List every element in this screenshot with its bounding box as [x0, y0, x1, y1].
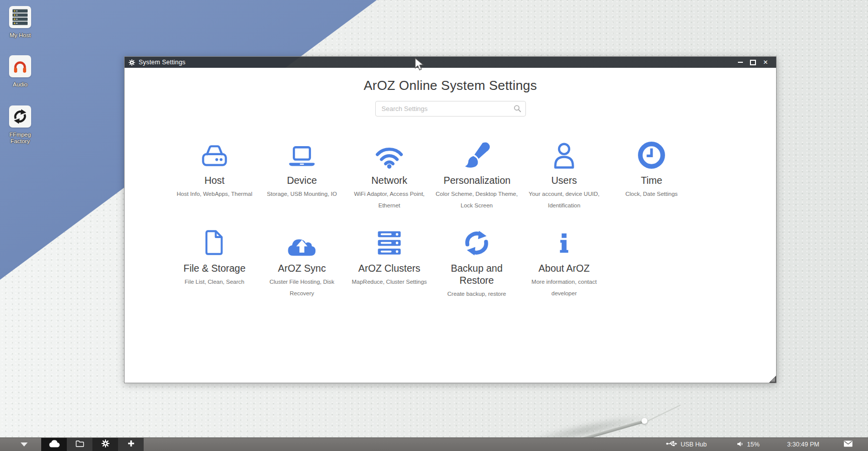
- search-input[interactable]: [375, 101, 526, 117]
- window-titlebar[interactable]: System Settings ✕: [125, 57, 776, 68]
- desktop-icon-label: Audio: [2, 81, 38, 88]
- settings-tile-device[interactable]: Device Storage, USB Mounting, IO: [258, 137, 346, 211]
- tile-title: Backup and Restore: [444, 262, 510, 286]
- tile-title: Host: [181, 174, 248, 186]
- settings-tile-time[interactable]: Time Clock, Date Settings: [608, 137, 695, 211]
- desktop: My Host Audio FFmpeg Factory: [0, 0, 868, 451]
- tile-subtitle: WiFi Adaptor, Access Point, Ethernet: [346, 188, 433, 211]
- volume-label: 15%: [747, 441, 759, 448]
- sync-arrows-icon: [433, 225, 520, 257]
- plus-icon: [128, 440, 135, 449]
- tile-subtitle: Cluster File Hosting, Disk Recovery: [258, 276, 346, 299]
- server-rack-icon: [9, 6, 31, 28]
- folder-icon: [75, 440, 84, 449]
- gear-icon: [101, 439, 110, 449]
- taskbar-launchers: [41, 438, 144, 451]
- settings-tile-backup-restore[interactable]: Backup and Restore Create backup, restor…: [433, 225, 520, 300]
- settings-tile-users[interactable]: Users Your account, device UUID, Identif…: [520, 137, 608, 211]
- caret-down-icon[interactable]: [21, 442, 28, 446]
- tile-title: ArOZ Sync: [269, 262, 335, 274]
- time-label: 3:30:49 PM: [787, 441, 819, 448]
- maximize-button[interactable]: [749, 59, 756, 66]
- usb-status[interactable]: USB Hub: [666, 440, 707, 448]
- window-controls: ✕: [737, 59, 769, 66]
- taskbar-item-add[interactable]: [118, 438, 144, 451]
- tile-title: Users: [531, 174, 597, 186]
- headphones-icon: [9, 55, 31, 77]
- settings-tile-aroz-sync[interactable]: ArOZ Sync Cluster File Hosting, Disk Rec…: [258, 225, 346, 300]
- volume-status[interactable]: 15%: [737, 441, 759, 448]
- tile-title: Device: [269, 174, 335, 186]
- window-title: System Settings: [139, 59, 185, 66]
- desktop-icon-my-host[interactable]: My Host: [2, 6, 38, 39]
- settings-tile-host[interactable]: Host Host Info, WebApps, Thermal: [171, 137, 258, 211]
- settings-grid: Host Host Info, WebApps, Thermal Device: [171, 137, 703, 300]
- tile-title: About ArOZ: [531, 262, 597, 274]
- settings-grid-row-2: File & Storage File List, Clean, Search …: [171, 225, 703, 300]
- taskbar-item-settings[interactable]: [92, 438, 118, 451]
- window-content: ArOZ Online System Settings: [125, 68, 776, 383]
- tile-subtitle: Create backup, restore: [433, 288, 520, 300]
- server-stack-icon: [346, 225, 433, 257]
- recycle-arrows-icon: [9, 105, 31, 128]
- tile-title: ArOZ Clusters: [356, 262, 422, 274]
- settings-tile-aroz-clusters[interactable]: ArOZ Clusters MapReduce, Cluster Setting…: [346, 225, 433, 300]
- desktop-icon-label: My Host: [2, 32, 38, 39]
- clock-display[interactable]: 3:30:49 PM: [787, 441, 819, 448]
- minimize-button[interactable]: [737, 59, 744, 66]
- host-drive-icon: [171, 137, 258, 169]
- taskbar: USB Hub 15% 3:30:49 PM: [0, 437, 868, 451]
- window-resize-handle[interactable]: [769, 376, 776, 383]
- clock-icon: [608, 137, 695, 169]
- search-box: [375, 101, 526, 117]
- tile-subtitle: Storage, USB Mounting, IO: [258, 188, 346, 200]
- paintbrush-icon: [433, 137, 520, 169]
- taskbar-item-files[interactable]: [67, 438, 92, 451]
- cloud-icon: [48, 439, 60, 450]
- settings-grid-row-1: Host Host Info, WebApps, Thermal Device: [171, 137, 703, 211]
- wallpaper-cable-anchor: [641, 418, 647, 424]
- tile-title: Personalization: [444, 174, 510, 186]
- laptop-icon: [258, 137, 346, 169]
- tile-subtitle: Color Scheme, Desktop Theme, Lock Screen: [433, 188, 520, 211]
- desktop-icon-label: FFmpeg Factory: [2, 132, 38, 145]
- settings-tile-personalization[interactable]: Personalization Color Scheme, Desktop Th…: [433, 137, 520, 211]
- speaker-icon: [737, 441, 743, 448]
- messages-tray-item[interactable]: [843, 440, 853, 448]
- page-title: ArOZ Online System Settings: [125, 78, 776, 93]
- tile-subtitle: Host Info, WebApps, Thermal: [171, 188, 258, 200]
- info-icon: [520, 225, 608, 257]
- close-button[interactable]: ✕: [762, 59, 769, 66]
- user-icon: [520, 137, 608, 169]
- tile-subtitle: Your account, device UUID, Identificatio…: [520, 188, 608, 211]
- tile-subtitle: MapReduce, Cluster Settings: [346, 276, 433, 288]
- settings-tile-network[interactable]: Network WiFi Adaptor, Access Point, Ethe…: [346, 137, 433, 211]
- gear-icon: [129, 59, 135, 66]
- usb-icon: [666, 440, 677, 448]
- tile-title: Network: [356, 174, 422, 186]
- taskbar-item-cloud[interactable]: [41, 438, 67, 451]
- desktop-icon-ffmpeg-factory[interactable]: FFmpeg Factory: [2, 105, 38, 145]
- search-icon: [513, 104, 521, 115]
- settings-tile-file-storage[interactable]: File & Storage File List, Clean, Search: [171, 225, 258, 300]
- settings-tile-about-aroz[interactable]: About ArOZ More information, contact dev…: [520, 225, 608, 300]
- system-settings-window: System Settings ✕ ArOZ Online System Set…: [124, 56, 777, 383]
- tile-subtitle: File List, Clean, Search: [171, 276, 258, 288]
- wifi-icon: [346, 137, 433, 169]
- desktop-icon-audio[interactable]: Audio: [2, 55, 38, 88]
- tile-title: Time: [618, 174, 685, 186]
- tile-subtitle: Clock, Date Settings: [608, 188, 695, 200]
- tile-subtitle: More information, contact developer: [520, 276, 608, 299]
- file-icon: [171, 225, 258, 257]
- envelope-icon: [843, 440, 853, 448]
- usb-label: USB Hub: [681, 441, 707, 448]
- cloud-upload-icon: [258, 225, 346, 257]
- taskbar-tray: USB Hub 15% 3:30:49 PM: [666, 438, 868, 451]
- tile-title: File & Storage: [181, 262, 248, 274]
